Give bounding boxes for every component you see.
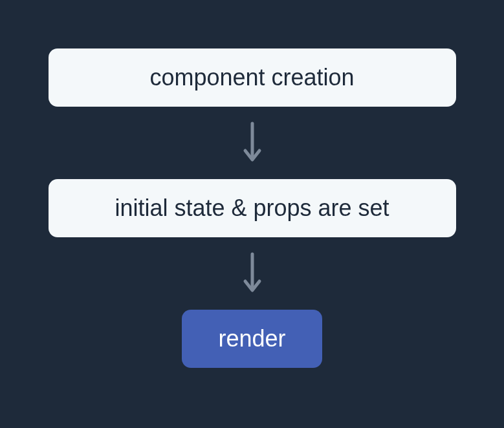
arrow-down-icon xyxy=(241,120,264,166)
diagram-step-initial-state: initial state & props are set xyxy=(49,179,456,237)
diagram-step-label: component creation xyxy=(149,64,354,91)
diagram-step-label: render xyxy=(218,325,285,352)
arrow-down-icon xyxy=(241,250,264,297)
diagram-step-label: initial state & props are set xyxy=(115,195,389,222)
diagram-step-component-creation: component creation xyxy=(49,48,456,107)
diagram-step-render: render xyxy=(182,310,322,368)
